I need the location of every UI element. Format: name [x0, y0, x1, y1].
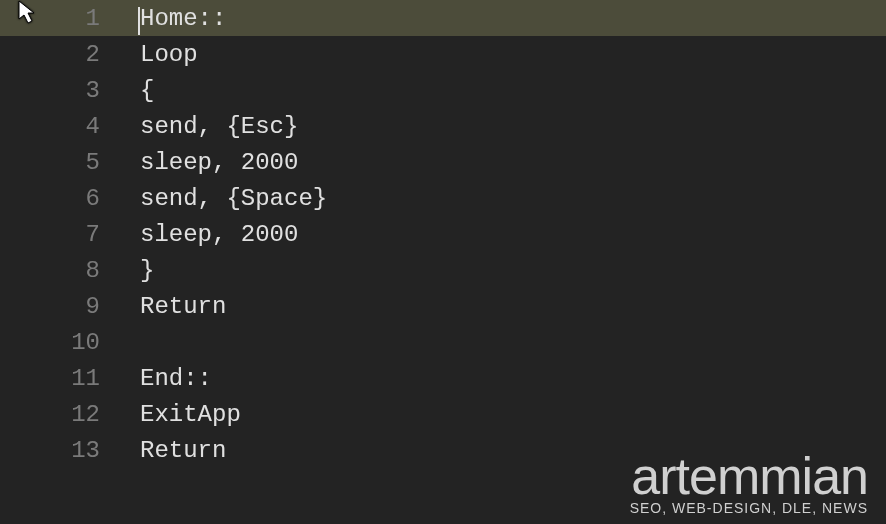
- code-line[interactable]: 9 Return: [0, 288, 886, 324]
- line-content: {: [140, 77, 154, 104]
- code-line[interactable]: 7 sleep, 2000: [0, 216, 886, 252]
- line-number: 8: [0, 257, 140, 284]
- code-line[interactable]: 2 Loop: [0, 36, 886, 72]
- code-line[interactable]: 6 send, {Space}: [0, 180, 886, 216]
- line-number: 2: [0, 41, 140, 68]
- line-content: Loop: [140, 41, 198, 68]
- code-line[interactable]: 10: [0, 324, 886, 360]
- line-number: 13: [0, 437, 140, 464]
- line-number: 3: [0, 77, 140, 104]
- mouse-cursor-icon: [18, 0, 38, 26]
- line-number: 12: [0, 401, 140, 428]
- line-content: sleep, 2000: [140, 149, 298, 176]
- code-line[interactable]: 4 send, {Esc}: [0, 108, 886, 144]
- line-content: send, {Space}: [140, 185, 327, 212]
- line-content: Home::: [140, 5, 226, 32]
- line-content: Return: [140, 293, 226, 320]
- line-number: 6: [0, 185, 140, 212]
- line-number: 10: [0, 329, 140, 356]
- line-content: }: [140, 257, 154, 284]
- line-content: send, {Esc}: [140, 113, 298, 140]
- line-content: End::: [140, 365, 212, 392]
- code-line[interactable]: 12 ExitApp: [0, 396, 886, 432]
- line-content: Return: [140, 437, 226, 464]
- code-line[interactable]: 13 Return: [0, 432, 886, 468]
- code-line[interactable]: 1 Home::: [0, 0, 886, 36]
- line-number: 4: [0, 113, 140, 140]
- line-content: sleep, 2000: [140, 221, 298, 248]
- code-editor[interactable]: 1 Home:: 2 Loop 3 { 4 send, {Esc} 5 slee…: [0, 0, 886, 524]
- line-number: 7: [0, 221, 140, 248]
- code-line[interactable]: 3 {: [0, 72, 886, 108]
- line-number: 5: [0, 149, 140, 176]
- line-number: 11: [0, 365, 140, 392]
- code-line[interactable]: 5 sleep, 2000: [0, 144, 886, 180]
- line-content: ExitApp: [140, 401, 241, 428]
- code-line[interactable]: 8 }: [0, 252, 886, 288]
- line-number: 9: [0, 293, 140, 320]
- code-line[interactable]: 11 End::: [0, 360, 886, 396]
